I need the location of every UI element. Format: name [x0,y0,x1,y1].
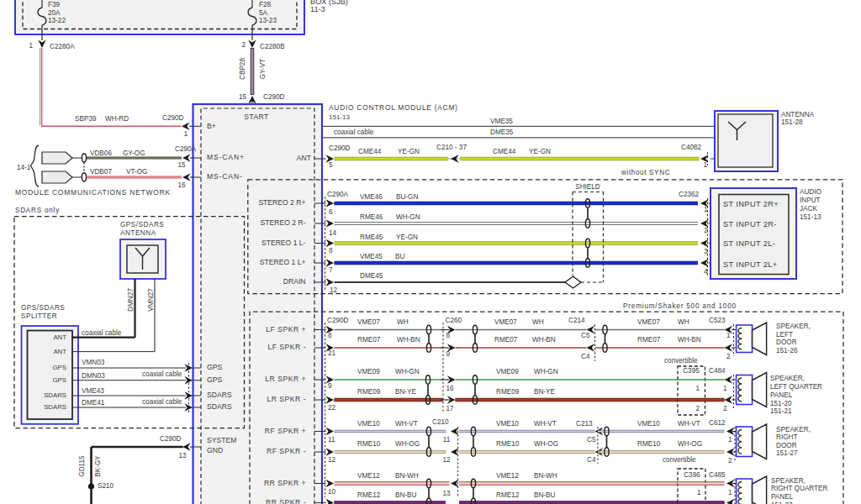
svg-text:VDB07: VDB07 [90,168,112,176]
svg-text:13-23: 13-23 [259,17,277,24]
svg-text:ANTENNA: ANTENNA [120,229,156,237]
svg-text:VME45: VME45 [360,253,383,260]
svg-text:16: 16 [177,181,186,189]
svg-text:BK-GY: BK-GY [94,455,102,477]
svg-text:C214: C214 [568,317,585,324]
svg-text:VME12: VME12 [496,472,519,480]
svg-text:2: 2 [728,457,732,465]
svg-text:RIGHT QUARTER: RIGHT QUARTER [771,485,828,492]
svg-text:1: 1 [704,206,708,213]
svg-text:CME44: CME44 [493,148,516,155]
svg-text:MS-CAN+: MS-CAN+ [207,153,245,161]
svg-text:BN-WH: BN-WH [534,472,557,480]
svg-text:BN-YE: BN-YE [395,388,417,396]
svg-text:ANT: ANT [297,154,312,162]
svg-text:RME09: RME09 [496,388,520,396]
svg-text:WH-GN: WH-GN [396,213,420,221]
svg-text:SPEAKER,: SPEAKER, [771,477,806,485]
svg-text:RME10: RME10 [637,440,661,448]
svg-text:LEFT: LEFT [776,331,793,339]
svg-text:3: 3 [704,248,708,255]
svg-text:ST INPUT 2L+: ST INPUT 2L+ [723,260,778,269]
svg-text:Premium/Shaker 500 and 1000: Premium/Shaker 500 and 1000 [623,302,737,310]
svg-text:1: 1 [695,385,700,392]
svg-text:WH: WH [678,318,689,326]
svg-text:DME45: DME45 [360,272,383,280]
svg-text:LF SPKR +: LF SPKR + [266,325,306,333]
svg-text:LF SPKR -: LF SPKR - [267,343,306,351]
svg-text:1: 1 [723,385,727,392]
svg-text:VMN03: VMN03 [82,359,105,366]
svg-text:GD115: GD115 [78,455,86,477]
svg-text:coaxial cable: coaxial cable [142,398,182,406]
svg-text:1: 1 [728,489,732,496]
svg-text:14: 14 [329,229,337,237]
svg-text:SDARS: SDARS [207,402,232,411]
svg-text:VME07: VME07 [637,318,660,326]
svg-text:ANTENNA: ANTENNA [781,111,815,118]
svg-text:151-23: 151-23 [771,501,793,504]
svg-text:WH-BN: WH-BN [532,336,556,344]
svg-text:9: 9 [446,350,451,358]
svg-text:2: 2 [241,41,246,49]
svg-text:VME12: VME12 [357,472,380,480]
svg-text:DMN03: DMN03 [82,372,105,380]
svg-text:YE-GN: YE-GN [398,148,420,155]
svg-text:14-1: 14-1 [17,164,31,171]
svg-text:SDARS: SDARS [207,391,232,399]
svg-text:WH-VT: WH-VT [678,420,700,428]
svg-text:11: 11 [443,436,451,444]
svg-text:STEREO 1 L-: STEREO 1 L- [261,239,306,247]
svg-text:MS-CAN-: MS-CAN- [207,172,243,181]
svg-text:4: 4 [704,268,708,276]
svg-text:1: 1 [728,436,732,444]
svg-text:WH: WH [397,318,409,326]
svg-text:SDARS: SDARS [44,391,66,399]
svg-text:C290D: C290D [327,317,349,324]
svg-text:C5: C5 [587,436,596,444]
svg-text:C4: C4 [587,456,596,464]
svg-text:VDB06: VDB06 [90,150,112,157]
svg-text:8: 8 [446,332,451,339]
svg-text:16: 16 [446,385,455,392]
svg-text:F28: F28 [259,1,272,8]
svg-text:11: 11 [328,436,335,444]
svg-text:STEREO 2 R+: STEREO 2 R+ [258,198,305,207]
svg-text:5A: 5A [259,9,268,17]
svg-text:B+: B+ [207,122,216,130]
svg-text:WH-BN: WH-BN [397,336,420,344]
svg-text:22: 22 [328,404,336,412]
svg-text:VME35: VME35 [490,118,513,125]
svg-text:C2280B: C2280B [260,43,285,50]
svg-text:12: 12 [328,456,336,464]
svg-text:1: 1 [726,332,731,339]
svg-text:RF SPKR -: RF SPKR - [267,447,306,455]
svg-text:21: 21 [328,349,336,357]
svg-text:CBP28: CBP28 [239,58,246,80]
svg-text:convertible: convertible [663,456,696,464]
svg-text:LEFT QUARTER: LEFT QUARTER [770,383,822,391]
svg-text:GPS/SDARS: GPS/SDARS [120,221,164,228]
svg-text:WH-OG: WH-OG [678,440,702,448]
svg-text:13-22: 13-22 [48,17,66,24]
svg-text:DOOR: DOOR [776,339,797,346]
svg-text:VME10: VME10 [496,420,519,428]
svg-text:9: 9 [328,382,332,390]
svg-text:BN-YE: BN-YE [534,388,556,396]
svg-text:START: START [244,113,269,121]
svg-text:GND: GND [207,446,223,454]
svg-text:GPS: GPS [53,364,66,371]
svg-text:INPUT: INPUT [800,197,821,204]
svg-text:SDARS only: SDARS only [15,207,60,214]
svg-text:15: 15 [177,161,186,169]
svg-text:12: 12 [442,456,451,464]
svg-text:11-3: 11-3 [310,5,325,13]
svg-text:VME07: VME07 [357,318,380,326]
svg-text:RME12: RME12 [357,491,381,499]
svg-text:GPS: GPS [207,363,222,371]
svg-text:GPS: GPS [207,375,222,384]
svg-text:RME09: RME09 [357,388,381,396]
svg-text:RME12: RME12 [496,491,520,499]
svg-text:RME07: RME07 [357,336,381,344]
svg-text:151-28: 151-28 [781,118,803,126]
